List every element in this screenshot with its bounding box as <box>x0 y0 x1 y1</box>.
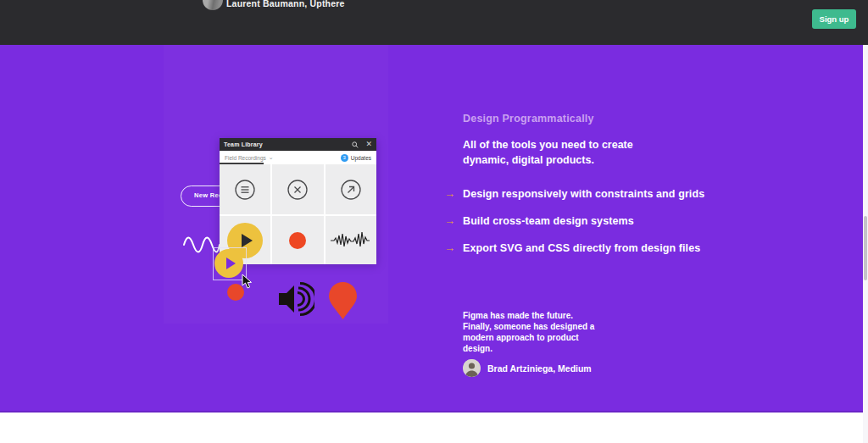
feature-item: → Export SVG and CSS directly from desig… <box>444 241 704 254</box>
scrollbar-thumb[interactable] <box>864 216 867 280</box>
quote-attribution: Brad Artziniega, Medium <box>487 363 592 374</box>
feature-text: Design responsively with constraints and… <box>463 188 704 200</box>
arrow-up-right-circle-icon <box>340 179 362 201</box>
search-icon[interactable] <box>352 141 359 148</box>
arrow-right-icon: → <box>444 241 463 254</box>
panel-title: Team Library <box>224 141 346 147</box>
feature-text: Build cross-team design systems <box>463 215 634 227</box>
record-button-icon <box>289 232 306 249</box>
top-bar: Laurent Baumann, Upthere Sign up <box>0 0 868 45</box>
testimonial-byline: Brad Artziniega, Medium <box>463 359 592 377</box>
menu-circle-icon <box>234 179 256 201</box>
panel-tab-row: Field Recordings ⌄ 3 Updates <box>220 151 376 164</box>
grid-cell-record[interactable] <box>272 216 323 264</box>
page: Laurent Baumann, Upthere Sign up New Rec… <box>0 0 868 443</box>
arrow-right-icon: → <box>444 187 463 200</box>
grid-cell-close[interactable] <box>272 164 323 214</box>
feature-item: → Build cross-team design systems <box>444 214 704 227</box>
location-pin-icon[interactable] <box>329 282 357 320</box>
tab-field-recordings[interactable]: Field Recordings <box>225 155 266 161</box>
section-intro: All of the tools you need to create dyna… <box>463 137 659 168</box>
panel-header[interactable]: Team Library ✕ <box>220 138 376 151</box>
grid-cell-menu[interactable] <box>220 164 270 214</box>
speaker-icon[interactable] <box>277 282 314 316</box>
chevron-down-icon[interactable]: ⌄ <box>269 156 274 159</box>
sign-up-button[interactable]: Sign up <box>812 9 856 29</box>
section-eyebrow: Design Programmatically <box>463 113 594 125</box>
scrollbar-track[interactable] <box>863 45 868 443</box>
active-tab-underline <box>220 163 264 164</box>
testimonial-attribution: Laurent Baumann, Upthere <box>226 0 345 8</box>
updates-label[interactable]: Updates <box>351 155 371 161</box>
arrow-right-icon: → <box>444 214 463 227</box>
next-section <box>0 413 868 443</box>
grid-cell-share[interactable] <box>326 164 376 214</box>
avatar <box>203 0 223 10</box>
testimonial-quote: Figma has made the future. Finally, some… <box>463 310 598 354</box>
grid-cell-waveform[interactable] <box>326 216 376 264</box>
close-icon[interactable]: ✕ <box>365 141 372 148</box>
waveform-icon <box>331 229 371 252</box>
feature-section: New Recording Team Library ✕ Field Recor… <box>0 45 868 413</box>
feature-text: Export SVG and CSS directly from design … <box>463 242 700 254</box>
avatar <box>463 359 481 377</box>
team-library-panel: Team Library ✕ Field Recordings ⌄ 3 Upda… <box>220 138 376 263</box>
updates-count-badge: 3 <box>341 154 348 162</box>
x-circle-icon <box>287 179 309 201</box>
feature-list: → Design responsively with constraints a… <box>444 187 704 254</box>
dragged-play-icon[interactable] <box>214 249 243 278</box>
feature-item: → Design responsively with constraints a… <box>444 187 704 200</box>
mouse-cursor-icon <box>242 274 253 289</box>
